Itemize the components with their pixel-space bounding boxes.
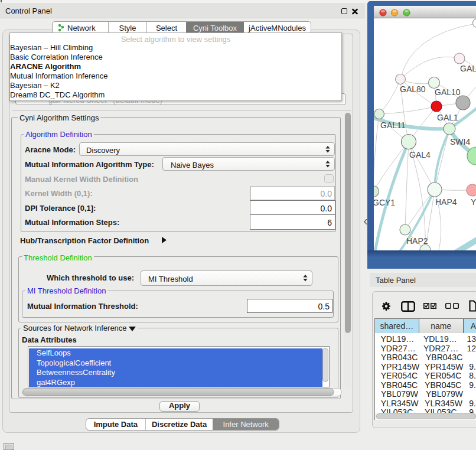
svg-text:GAL11: GAL11 [380,120,406,130]
svg-text:GAL: GAL [460,64,476,73]
svg-text:GAL10: GAL10 [435,87,461,97]
svg-text:SWI4: SWI4 [450,137,470,146]
svg-text:HAP4: HAP4 [435,197,457,207]
svg-text:GAL1: GAL1 [437,113,458,122]
svg-text:GCY1: GCY1 [374,198,395,207]
svg-text:HAP2: HAP2 [406,236,428,246]
svg-text:GAL80: GAL80 [400,84,426,94]
svg-text:Y: Y [471,197,476,207]
svg-text:GAL4: GAL4 [409,150,431,159]
